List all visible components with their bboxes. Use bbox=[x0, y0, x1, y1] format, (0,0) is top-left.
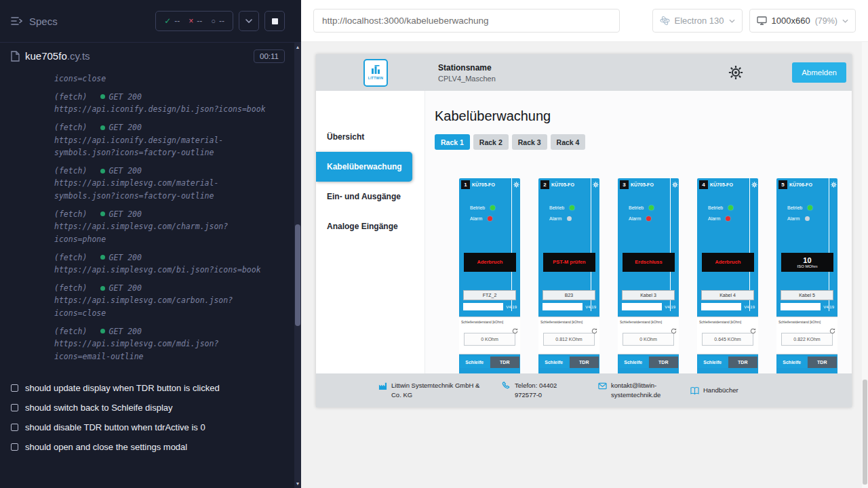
tab-rack-4[interactable]: Rack 4 bbox=[551, 134, 586, 150]
tdr-button[interactable]: TDR bbox=[808, 357, 837, 368]
tdr-button[interactable]: TDR bbox=[649, 357, 679, 368]
log-entry[interactable]: (fetch)GET 200 https://api.simplesvg.com… bbox=[54, 282, 274, 320]
spec-header: kue705fo.cy.ts 00:11 bbox=[0, 43, 301, 70]
viewport-picker[interactable]: 1000x660 (79%) bbox=[749, 9, 856, 33]
settings-icon[interactable] bbox=[728, 65, 743, 80]
log-entry[interactable]: (fetch)GET 200 https://api.iconify.desig… bbox=[54, 91, 274, 116]
spec-name[interactable]: kue705fo.cy.ts bbox=[25, 50, 90, 62]
logout-button[interactable]: Abmelden bbox=[792, 62, 846, 83]
sidebar-item-uebersicht[interactable]: Übersicht bbox=[316, 122, 425, 152]
tab-rack-3[interactable]: Rack 3 bbox=[512, 134, 547, 150]
betrieb-led bbox=[570, 205, 574, 210]
cable-name-field[interactable]: Kabel 3 bbox=[622, 290, 675, 300]
scrollbar-thumb[interactable] bbox=[295, 224, 300, 326]
tdr-button[interactable]: TDR bbox=[570, 357, 599, 368]
phone-icon bbox=[502, 382, 511, 390]
collapse-button[interactable] bbox=[239, 11, 259, 31]
footer-company: Littwin Systemtechnik GmbH & Co. KG bbox=[378, 381, 481, 401]
card-settings-icon[interactable] bbox=[513, 182, 519, 188]
log-overflow-line[interactable]: icons=close bbox=[54, 73, 274, 85]
measurement-label: Schleifenwiderstand [kOhm] bbox=[778, 320, 835, 324]
measurement-panel: Schleifenwiderstand [kOhm] 0.645 KOhm bbox=[697, 317, 758, 354]
alarm-led bbox=[567, 216, 572, 221]
firmware-field[interactable] bbox=[542, 303, 583, 310]
stop-button[interactable] bbox=[264, 11, 285, 31]
scroll-up-icon[interactable]: ▲ bbox=[294, 45, 301, 49]
reporter-scrollbar[interactable]: ▲ ▼ bbox=[294, 43, 301, 488]
status-ok-dot bbox=[100, 255, 105, 260]
sidebar-item-analoge-eingaenge[interactable]: Analoge Eingänge bbox=[316, 211, 425, 241]
test-item[interactable]: should open and close the settings modal bbox=[0, 437, 301, 457]
alarm-row: Alarm bbox=[470, 216, 508, 221]
tab-rack-1[interactable]: Rack 1 bbox=[435, 134, 470, 150]
test-item[interactable]: should disable TDR button when tdrActive… bbox=[0, 418, 301, 437]
browser-picker[interactable]: Electron 130 bbox=[652, 9, 743, 33]
test-item[interactable]: should switch back to Schleife display bbox=[0, 398, 301, 418]
sidebar-item-kabelueberwachung[interactable]: Kabelüberwachung bbox=[316, 152, 412, 182]
device-card-2: 2KÜ705-FO Betrieb Alarm PST-M prüfen B23… bbox=[538, 178, 599, 373]
spec-timer: 00:11 bbox=[254, 49, 285, 63]
footer-phone[interactable]: Telefon: 04402 972577-0 bbox=[502, 381, 578, 401]
log-entry[interactable]: (fetch)GET 200 https://api.simplesvg.com… bbox=[54, 325, 274, 363]
schleife-button[interactable]: Schleife bbox=[698, 357, 728, 368]
tdr-button[interactable]: TDR bbox=[490, 357, 520, 368]
tdr-button[interactable]: TDR bbox=[728, 357, 758, 368]
cable-name-field[interactable]: FTZ_2 bbox=[463, 290, 516, 300]
betrieb-row: Betrieb bbox=[549, 205, 587, 210]
test-icon bbox=[11, 443, 18, 451]
refresh-icon[interactable] bbox=[671, 328, 677, 334]
schleife-button[interactable]: Schleife bbox=[618, 357, 648, 368]
log-entry[interactable]: (fetch)GET 200 https://api.simplesvg.com… bbox=[54, 165, 274, 203]
viewport-size: 1000x660 bbox=[772, 16, 810, 26]
browser-name: Electron 130 bbox=[675, 16, 724, 26]
check-icon: ✓ bbox=[164, 16, 171, 26]
schleife-button[interactable]: Schleife bbox=[777, 357, 807, 368]
command-log: icons=close (fetch)GET 200 https://api.i… bbox=[0, 70, 301, 370]
card-settings-icon[interactable] bbox=[672, 182, 678, 188]
cable-name-field[interactable]: Kabel 5 bbox=[781, 290, 833, 300]
firmware-field[interactable] bbox=[622, 303, 662, 310]
status-display: PST-M prüfen bbox=[543, 253, 595, 272]
tab-rack-2[interactable]: Rack 2 bbox=[473, 134, 509, 150]
card-model: KÜ705-FO bbox=[710, 182, 733, 187]
url-bar[interactable]: http://localhost:3000/kabelueberwachung bbox=[313, 9, 620, 33]
scrollbar-thumb[interactable] bbox=[863, 380, 867, 485]
status-display: 10ISO MOhm bbox=[781, 253, 833, 272]
cable-name-field[interactable]: Kabel 4 bbox=[701, 290, 754, 300]
refresh-icon[interactable] bbox=[591, 328, 597, 334]
test-icon bbox=[11, 384, 18, 392]
test-item[interactable]: should update display when TDR button is… bbox=[0, 378, 301, 398]
sidebar-item-ein-und-ausgaenge[interactable]: Ein- und Ausgänge bbox=[316, 182, 425, 211]
firmware-row: V4.19 bbox=[542, 303, 596, 310]
screen: Specs ✓-- ×-- ○-- kue705fo.cy.ts 00:11 i… bbox=[0, 0, 868, 488]
refresh-icon[interactable] bbox=[829, 328, 835, 334]
betrieb-led bbox=[490, 205, 495, 210]
card-settings-icon[interactable] bbox=[593, 182, 599, 188]
log-entry[interactable]: (fetch)GET 200 https://api.iconify.desig… bbox=[54, 121, 274, 159]
log-entry[interactable]: (fetch)GET 200 https://api.simplesvg.com… bbox=[54, 208, 274, 246]
refresh-icon[interactable] bbox=[750, 328, 756, 334]
card-settings-icon[interactable] bbox=[831, 182, 837, 188]
card-buttons: Schleife TDR bbox=[460, 357, 519, 368]
device-card-1: 1KÜ705-FO Betrieb Alarm Aderbruch FTZ_2 … bbox=[459, 178, 520, 373]
firmware-field[interactable] bbox=[463, 303, 503, 310]
scroll-down-icon[interactable]: ▼ bbox=[294, 481, 301, 486]
refresh-icon[interactable] bbox=[512, 328, 518, 334]
cable-name-field[interactable]: B23 bbox=[542, 290, 595, 300]
firmware-field[interactable] bbox=[701, 303, 741, 310]
log-entry[interactable]: (fetch)GET 200 https://api.simplesvg.com… bbox=[54, 251, 274, 277]
footer-manuals[interactable]: Handbücher bbox=[690, 386, 738, 395]
specs-toggle[interactable]: Specs bbox=[11, 16, 58, 27]
factory-icon bbox=[378, 382, 387, 390]
logo-text: LITTWIN bbox=[368, 76, 383, 80]
page-scrollbar[interactable] bbox=[862, 42, 868, 488]
measurement-label: Schleifenwiderstand [kOhm] bbox=[540, 320, 597, 324]
card-settings-icon[interactable] bbox=[751, 182, 757, 188]
reporter-topbar: Specs ✓-- ×-- ○-- bbox=[0, 0, 301, 43]
schleife-button[interactable]: Schleife bbox=[539, 357, 569, 368]
footer-email[interactable]: kontakt@littwin-systemtechnik.de bbox=[598, 381, 670, 401]
firmware-field[interactable] bbox=[781, 303, 821, 310]
app-sidebar: Übersicht Kabelüberwachung Ein- und Ausg… bbox=[316, 91, 425, 373]
schleife-button[interactable]: Schleife bbox=[460, 357, 490, 368]
monitor-icon bbox=[757, 16, 767, 25]
